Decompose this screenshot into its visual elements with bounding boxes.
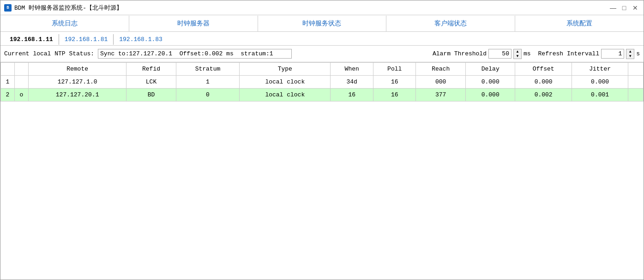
cell-row-flag [15, 76, 29, 89]
refresh-section: Refresh Intervall ▲ ▼ s [538, 49, 640, 59]
cell-poll: 16 [373, 89, 416, 101]
cell-type: local clock [240, 89, 331, 101]
refresh-spinner-buttons: ▲ ▼ [626, 49, 634, 59]
col-header-poll: Poll [373, 63, 416, 76]
nav-item-system-config[interactable]: 系统配置 [515, 16, 644, 31]
col-header-flag [15, 63, 29, 76]
close-button[interactable]: ✕ [631, 3, 640, 12]
table-row: 1 127.127.1.0 LCK 1 local clock 34d 16 0… [1, 76, 644, 89]
col-header-when: When [331, 63, 373, 76]
alarm-threshold-input[interactable] [488, 49, 512, 59]
window-title: BDM 时钟服务器监控系统-【北斗时源】 [14, 4, 122, 12]
status-label: Current local NTP Status: [4, 50, 94, 57]
cell-delay: 0.000 [465, 76, 515, 89]
col-header-remote: Remote [29, 63, 126, 76]
col-header-offset: Offset [515, 63, 572, 76]
cell-row-flag: o [15, 89, 29, 101]
refresh-decrement-button[interactable]: ▼ [626, 54, 634, 59]
ntp-data-table: Remote Refid Stratum Type When Poll Reac… [0, 62, 644, 101]
nav-bar: 系统日志 时钟服务器 时钟服务状态 客户端状态 系统配置 [0, 15, 644, 32]
col-header-type: Type [240, 63, 331, 76]
col-header-num [1, 63, 15, 76]
col-header-refid: Refid [126, 63, 176, 76]
ntp-status-input[interactable] [98, 49, 292, 59]
cell-extra [628, 76, 644, 89]
title-bar-left: B BDM 时钟服务器监控系统-【北斗时源】 [4, 4, 122, 12]
restore-button[interactable]: □ [620, 3, 629, 12]
alarm-section: Alarm Threshold ▲ ▼ ms [433, 49, 531, 59]
col-header-reach: Reach [416, 63, 465, 76]
cell-jitter: 0.000 [572, 76, 628, 89]
status-bar: Current local NTP Status: Alarm Threshol… [0, 46, 644, 62]
cell-remote: 127.127.1.0 [29, 76, 126, 89]
refresh-label: Refresh Intervall [538, 50, 600, 57]
nav-item-system-log[interactable]: 系统日志 [0, 16, 129, 31]
col-header-jitter: Jitter [572, 63, 628, 76]
alarm-label: Alarm Threshold [433, 50, 487, 57]
table-row: 2 o 127.127.20.1 BD 0 local clock 16 16 … [1, 89, 644, 101]
main-window: B BDM 时钟服务器监控系统-【北斗时源】 — □ ✕ 系统日志 时钟服务器 … [0, 0, 644, 280]
tab-192-168-1-83[interactable]: 192.168.1.83 [114, 34, 168, 45]
tab-192-168-1-81[interactable]: 192.168.1.81 [59, 34, 114, 45]
table-wrapper: Remote Refid Stratum Type When Poll Reac… [0, 62, 644, 101]
cell-row-num: 1 [1, 76, 15, 89]
tab-bar: 192.168.1.11 192.168.1.81 192.168.1.83 [0, 32, 644, 46]
col-header-delay: Delay [465, 63, 515, 76]
app-icon: B [4, 4, 12, 12]
cell-when: 16 [331, 89, 373, 101]
alarm-spinner-buttons: ▲ ▼ [513, 49, 522, 59]
cell-refid: LCK [126, 76, 176, 89]
cell-row-num: 2 [1, 89, 15, 101]
nav-item-clock-server[interactable]: 时钟服务器 [129, 16, 258, 31]
cell-offset: 0.002 [515, 89, 572, 101]
refresh-increment-button[interactable]: ▲ [626, 49, 634, 54]
title-bar: B BDM 时钟服务器监控系统-【北斗时源】 — □ ✕ [0, 0, 644, 15]
cell-extra [628, 89, 644, 101]
alarm-unit: ms [524, 50, 531, 57]
col-header-stratum: Stratum [176, 63, 239, 76]
cell-offset: 0.000 [515, 76, 572, 89]
cell-delay: 0.000 [465, 89, 515, 101]
alarm-decrement-button[interactable]: ▼ [514, 54, 521, 59]
refresh-interval-input[interactable] [601, 49, 624, 59]
cell-remote: 127.127.20.1 [29, 89, 126, 101]
nav-item-client-status[interactable]: 客户端状态 [386, 16, 515, 31]
minimize-button[interactable]: — [608, 3, 618, 12]
cell-stratum: 1 [176, 76, 239, 89]
col-header-extra [628, 63, 644, 76]
cell-when: 34d [331, 76, 373, 89]
cell-poll: 16 [373, 76, 416, 89]
refresh-unit: s [636, 50, 640, 57]
alarm-increment-button[interactable]: ▲ [514, 49, 521, 54]
cell-type: local clock [240, 76, 331, 89]
tab-192-168-1-11[interactable]: 192.168.1.11 [4, 34, 59, 45]
cell-refid: BD [126, 89, 176, 101]
cell-reach: 000 [416, 76, 465, 89]
title-bar-controls: — □ ✕ [608, 3, 640, 12]
nav-item-clock-status[interactable]: 时钟服务状态 [258, 16, 387, 31]
content-area: Remote Refid Stratum Type When Poll Reac… [0, 62, 644, 280]
cell-reach: 377 [416, 89, 465, 101]
cell-jitter: 0.001 [572, 89, 628, 101]
cell-stratum: 0 [176, 89, 239, 101]
